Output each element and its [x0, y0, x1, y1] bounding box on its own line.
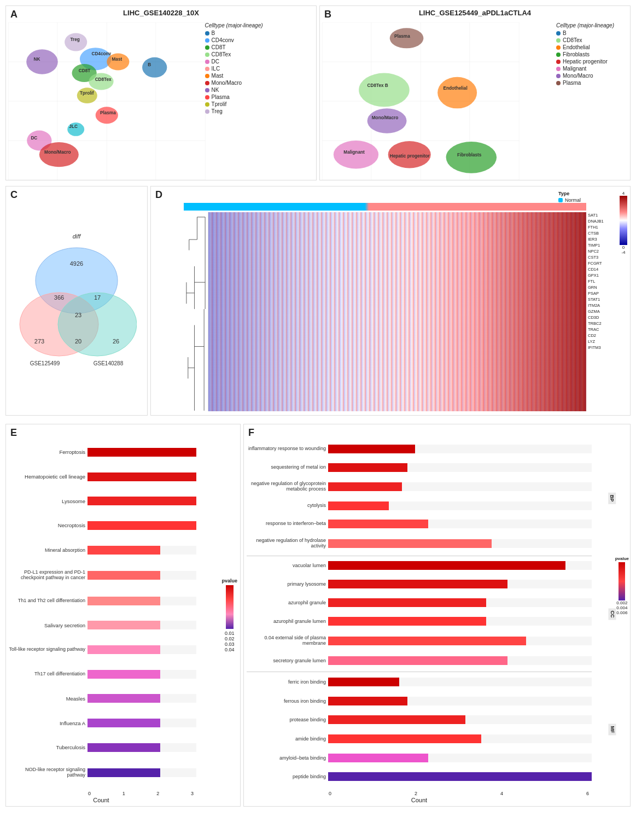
bar-cytolysis: cytolysis	[247, 501, 592, 510]
bar-azurophil-lumen: azurophil granule lumen	[247, 617, 592, 626]
panel-c-label: C	[10, 189, 17, 201]
legend-b-cd8tex: CD8Tex	[556, 37, 627, 43]
legend-b-fibroblasts: Fibroblasts	[556, 51, 627, 57]
svg-point-50	[446, 142, 497, 173]
legend-dot-cd4conv	[205, 38, 209, 43]
svg-text:GSE125499: GSE125499	[30, 360, 60, 366]
umap-a-canvas: NK Treg CD4conv CD8T CD8Tex Mast B Tprol…	[6, 22, 208, 180]
svg-point-16	[142, 57, 167, 78]
svg-text:NK: NK	[34, 57, 40, 62]
legend-b-plasma: Plasma	[556, 80, 627, 86]
panel-d: D Type Normal Tumor 4 0 -4	[150, 186, 631, 416]
svg-text:366: 366	[54, 294, 64, 301]
bar-ferroptosis: Ferroptosis	[9, 448, 196, 457]
bar-lysosome: Lysosome	[9, 497, 196, 505]
legend-cd8tex: CD8Tex	[205, 51, 313, 57]
svg-text:26: 26	[113, 338, 119, 345]
panel-b-label: B	[324, 9, 331, 20]
bar-ferric: ferric iron binding	[247, 678, 592, 686]
legend-a-title: Celltype (major-lineage)	[205, 22, 313, 28]
f-subpanels: inflammatory response to wounding seques…	[247, 441, 592, 787]
f-mf-subpanel: ferric iron binding ferrous iron binding	[247, 672, 592, 787]
f-pvalue-legend: pvalue 0.002 0.004 0.006	[615, 556, 629, 615]
bar-hematopoietic: Hematopoietic cell lineage	[9, 472, 196, 481]
mf-label: MF	[609, 724, 616, 736]
bar-sequestering: sequestering of metal ion	[247, 463, 592, 472]
bp-bars: inflammatory response to wounding seques…	[247, 441, 592, 555]
svg-text:Tprolif: Tprolif	[80, 91, 94, 96]
legend-dot-mast	[205, 74, 209, 78]
svg-text:Mast: Mast	[112, 57, 122, 62]
svg-point-48	[334, 141, 378, 168]
panel-a-title: LIHC_GSE140228_10X	[123, 9, 199, 17]
bar-pdl1: PD-L1 expression and PD-1 checkpoint pat…	[9, 570, 196, 581]
legend-b-endothelial: Endothelial	[556, 44, 627, 50]
legend-monomacro: Mono/Macro	[205, 80, 313, 86]
legend-b-malignant: Malignant	[556, 66, 627, 72]
svg-point-21	[39, 142, 79, 167]
bar-chart-e: Ferroptosis Hematopoietic cell lineage	[9, 441, 196, 787]
legend-cd8t: CD8T	[205, 44, 313, 50]
svg-text:Hepatic progenitor: Hepatic progenitor	[390, 154, 430, 159]
heatmap-type-bar	[184, 203, 586, 211]
svg-point-45	[359, 73, 410, 107]
svg-text:23: 23	[75, 312, 81, 318]
dendrogram-svg	[184, 212, 208, 411]
row-ab: A LIHC_GSE140228_10X	[5, 5, 631, 180]
f-cc-subpanel: vacuolar lumen primary lysosome	[247, 556, 592, 673]
legend-b-b: B	[556, 30, 627, 36]
svg-text:CD8T: CD8T	[79, 68, 90, 73]
bar-vacuolar-lumen: vacuolar lumen	[247, 561, 592, 570]
e-x-ticks: 0 1 2 3	[88, 791, 194, 796]
cc-bars: vacuolar lumen primary lysosome	[247, 557, 592, 671]
panel-f: F inflammatory response to wounding	[243, 424, 631, 807]
f-x-ticks: 0 2 4 6	[329, 791, 589, 796]
svg-point-18	[96, 107, 118, 124]
panel-b: B LIHC_GSE125449_aPDL1aCTLA4	[319, 5, 631, 180]
umap-a-legend: Celltype (major-lineage) B CD4conv CD8T …	[205, 22, 313, 115]
svg-text:Treg: Treg	[70, 37, 79, 42]
bar-th1th2: Th1 and Th2 cell differentiation	[9, 597, 196, 605]
legend-b: B	[205, 30, 313, 36]
bar-primary-lysosome: primary lysosome	[247, 580, 592, 588]
legend-cd4conv: CD4conv	[205, 37, 313, 43]
bar-influenza: Influenza A	[9, 719, 196, 727]
bar-salivary: Salivary secretion	[9, 621, 196, 629]
svg-point-10	[26, 49, 58, 74]
svg-point-11	[65, 33, 87, 51]
bar-ferrous: ferrous iron binding	[247, 697, 592, 705]
legend-b-hepatic: Hepatic progenitor	[556, 59, 627, 65]
bar-interferon: response to interferon–beta	[247, 520, 592, 528]
legend-b-monomacro: Mono/Macro	[556, 73, 627, 79]
svg-text:Mono/Macro: Mono/Macro	[372, 115, 398, 120]
mf-bars: ferric iron binding ferrous iron binding	[247, 673, 592, 787]
venn-area: diff 4926 366 17 23	[11, 206, 142, 404]
type-legend-title: Type	[558, 191, 581, 196]
legend-dot-cd8tex	[205, 52, 209, 57]
left-dendrogram	[184, 212, 208, 411]
panel-a: A LIHC_GSE140228_10X	[5, 5, 317, 180]
umap-b-legend: Celltype (major-lineage) B CD8Tex Endoth…	[556, 22, 627, 87]
svg-text:DC: DC	[31, 136, 37, 141]
svg-point-46	[437, 77, 477, 109]
row-ef: E Ferroptosis Hematopoietic cell lineage	[5, 424, 631, 807]
svg-text:17: 17	[94, 294, 101, 301]
legend-dot-b	[205, 31, 209, 36]
bar-tuberculosis: Tuberculosis	[9, 743, 196, 752]
heatmap-grid	[208, 212, 586, 411]
svg-text:273: 273	[34, 338, 44, 345]
svg-text:Mono/Macro: Mono/Macro	[44, 150, 71, 155]
legend-dc: DC	[205, 59, 313, 65]
legend-dot-dc	[205, 60, 209, 64]
svg-text:Fibroblasts: Fibroblasts	[457, 153, 482, 158]
bar-measles: Measles	[9, 694, 196, 703]
e-x-axis-label: Count	[6, 797, 196, 803]
svg-text:B: B	[148, 62, 151, 67]
bar-th17: Th17 cell differentiation	[9, 670, 196, 679]
f-pvalue-bar	[619, 562, 625, 600]
bar-amide: amide binding	[247, 734, 592, 743]
legend-dot-plasma	[205, 95, 209, 100]
bar-peptide: peptide binding	[247, 772, 592, 781]
row-cd: C diff 4926 366	[5, 186, 631, 416]
panel-b-title: LIHC_GSE125449_aPDL1aCTLA4	[419, 9, 531, 17]
